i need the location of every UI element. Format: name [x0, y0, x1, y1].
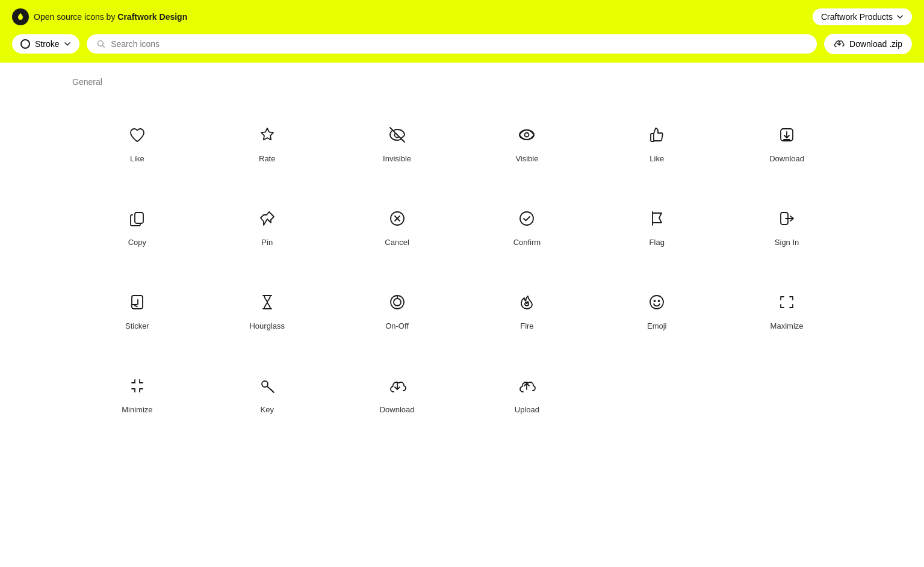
icon-label-upload-cloud: Upload	[515, 405, 539, 414]
icon-item-key[interactable]: Key	[202, 352, 332, 436]
icon-label-invisible: Invisible	[383, 154, 411, 163]
flag-icon	[645, 206, 669, 231]
icon-item-cancel[interactable]: Cancel	[332, 185, 462, 268]
icon-label-download-cloud: Download	[380, 405, 415, 414]
icon-item-flag[interactable]: Flag	[592, 185, 722, 268]
craftwork-products-button[interactable]: Craftwork Products	[813, 8, 912, 25]
svg-point-3	[525, 133, 529, 137]
emoji-icon	[645, 290, 669, 314]
icon-item-pin[interactable]: Pin	[202, 185, 332, 268]
sign-in-icon	[775, 206, 799, 231]
svg-point-13	[659, 300, 660, 302]
stroke-circle-icon	[20, 39, 30, 49]
icon-label-key: Key	[261, 405, 274, 414]
icon-item-maximize[interactable]: Maximize	[722, 268, 852, 352]
top-bar: Open source icons by Craftwork Design Cr…	[0, 0, 924, 34]
icon-item-confirm[interactable]: Confirm	[462, 185, 592, 268]
svg-rect-5	[135, 212, 143, 223]
icon-item-copy[interactable]: Copy	[72, 185, 202, 268]
logo-icon	[12, 8, 29, 25]
icon-item-on-off[interactable]: On-Off	[332, 268, 462, 352]
icon-label-sticker: Sticker	[125, 321, 149, 330]
svg-point-12	[654, 300, 656, 302]
chevron-down-icon	[64, 40, 71, 48]
icon-label-flag: Flag	[650, 238, 665, 247]
icon-item-sticker[interactable]: Sticker	[72, 268, 202, 352]
search-bar	[87, 34, 817, 54]
toolbar: Stroke Download .zip	[0, 34, 924, 63]
icon-item-like-thumb[interactable]: Like	[592, 101, 722, 185]
icon-label-hourglass: Hourglass	[249, 321, 285, 330]
logo-area: Open source icons by Craftwork Design	[12, 8, 187, 25]
upload-cloud-icon	[515, 374, 539, 398]
download-tray-icon	[775, 123, 799, 147]
fire-icon	[515, 290, 539, 314]
icon-label-rate: Rate	[259, 154, 275, 163]
icon-item-hourglass[interactable]: Hourglass	[202, 268, 332, 352]
hourglass-icon	[255, 290, 279, 314]
download-zip-button[interactable]: Download .zip	[824, 34, 912, 54]
maximize-icon	[775, 290, 799, 314]
copy-icon	[125, 206, 149, 231]
icon-item-download-cloud[interactable]: Download	[332, 352, 462, 436]
icon-label-download-tray: Download	[769, 154, 804, 163]
icon-item-download-tray[interactable]: Download	[722, 101, 852, 185]
icon-label-sign-in: Sign In	[775, 238, 799, 247]
icon-label-like-heart: Like	[130, 154, 144, 163]
key-icon	[255, 374, 279, 398]
icon-item-rate[interactable]: Rate	[202, 101, 332, 185]
icon-label-maximize: Maximize	[771, 321, 804, 330]
thumbs-up-icon	[645, 123, 669, 147]
power-icon	[385, 290, 409, 314]
heart-icon	[125, 123, 149, 147]
svg-point-11	[650, 296, 663, 309]
icon-label-cancel: Cancel	[385, 238, 409, 247]
minimize-icon	[125, 374, 149, 398]
icon-label-emoji: Emoji	[647, 321, 667, 330]
icon-item-minimize[interactable]: Minimize	[72, 352, 202, 436]
section-label: General	[72, 77, 852, 87]
icon-item-emoji[interactable]: Emoji	[592, 268, 722, 352]
icon-item-fire[interactable]: Fire	[462, 268, 592, 352]
eye-off-icon	[385, 123, 409, 147]
svg-point-0	[19, 16, 22, 19]
icon-label-copy: Copy	[128, 238, 146, 247]
icon-label-on-off: On-Off	[385, 321, 409, 330]
star-icon	[255, 123, 279, 147]
stroke-dropdown[interactable]: Stroke	[12, 34, 79, 54]
logo-text: Open source icons by Craftwork Design	[34, 12, 187, 22]
icon-item-sign-in[interactable]: Sign In	[722, 185, 852, 268]
x-circle-icon	[385, 206, 409, 231]
pin-icon	[255, 206, 279, 231]
eye-icon	[515, 123, 539, 147]
svg-point-10	[394, 299, 401, 306]
svg-point-2	[519, 130, 534, 140]
icon-label-like-thumb: Like	[650, 154, 664, 163]
download-cloud-icon	[834, 39, 845, 49]
search-input[interactable]	[111, 39, 807, 49]
chevron-down-icon	[896, 13, 904, 20]
check-circle-icon	[515, 206, 539, 231]
sticker-icon	[125, 290, 149, 314]
icon-label-pin: Pin	[261, 238, 273, 247]
icon-label-minimize: Minimize	[122, 405, 152, 414]
content-area: General Like Rate	[0, 63, 924, 450]
icons-grid: Like Rate Invisible	[72, 101, 852, 436]
search-icon	[96, 39, 106, 49]
icon-item-upload-cloud[interactable]: Upload	[462, 352, 592, 436]
icon-label-visible: Visible	[515, 154, 538, 163]
icon-item-visible[interactable]: Visible	[462, 101, 592, 185]
icon-label-confirm: Confirm	[513, 238, 541, 247]
icon-item-like-heart[interactable]: Like	[72, 101, 202, 185]
icon-item-invisible[interactable]: Invisible	[332, 101, 462, 185]
download-cloud-icon	[385, 374, 409, 398]
svg-point-7	[520, 212, 533, 225]
icon-label-fire: Fire	[520, 321, 533, 330]
